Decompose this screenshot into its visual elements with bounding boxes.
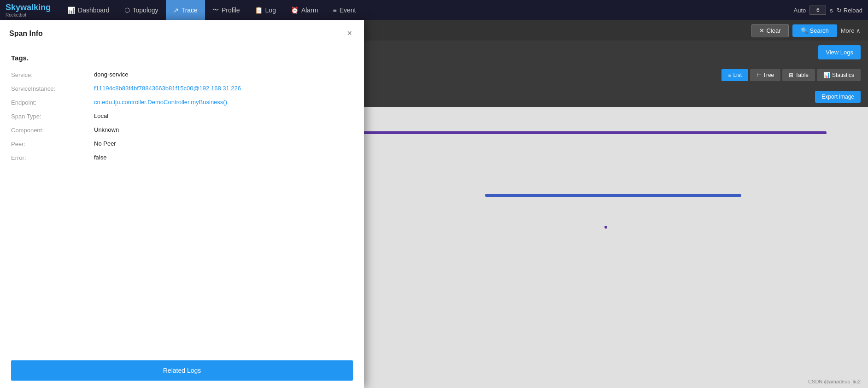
log-icon: 📋 <box>255 6 263 14</box>
list-icon: ≡ <box>728 72 731 78</box>
auto-label: Auto <box>794 7 806 14</box>
modal-close-button[interactable]: × <box>344 28 355 39</box>
span-info-modal: Span Info × Tags. Service: dong-service … <box>0 20 364 388</box>
tag-value-span-type: Local <box>94 112 353 119</box>
nav-item-log[interactable]: 📋 Log <box>247 0 283 20</box>
tag-value-service-instance: f11194c8b83f4bf78843663b81f15c00@192.168… <box>94 85 353 92</box>
modal-body: Tags. Service: dong-service ServiceInsta… <box>0 45 364 353</box>
related-logs-button[interactable]: Related Logs <box>11 360 353 381</box>
nav-item-dashboard[interactable]: 📊 Dashboard <box>60 0 117 20</box>
watermark: CSDN @amadeus_liu2 <box>808 379 861 384</box>
tag-label-component: Component: <box>11 126 94 134</box>
tag-value-error: false <box>94 154 353 161</box>
statistics-icon: 📊 <box>823 72 830 78</box>
table-icon: ⊞ <box>789 72 793 78</box>
tag-label-peer: Peer: <box>11 140 94 147</box>
timeline-bar-3[interactable] <box>485 194 741 197</box>
topology-icon: ⬡ <box>124 6 130 14</box>
tag-label-service-instance: ServiceInstance: <box>11 85 94 92</box>
timeline-dot-4[interactable] <box>604 226 607 229</box>
tag-row-error: Error: false <box>11 154 353 161</box>
more-button[interactable]: More ∧ <box>841 27 861 34</box>
modal-header: Span Info × <box>0 20 364 45</box>
trace-icon: ↗ <box>173 6 179 14</box>
tag-row-service-instance: ServiceInstance: f11194c8b83f4bf78843663… <box>11 85 353 92</box>
tag-value-endpoint: cn.edu.tju.controller.DemoController.myB… <box>94 99 353 106</box>
tag-label-endpoint: Endpoint: <box>11 99 94 106</box>
tag-value-component: Unknown <box>94 126 353 133</box>
tag-value-peer: No Peer <box>94 140 353 147</box>
auto-unit: s <box>830 7 833 14</box>
statistics-view-button[interactable]: 📊 Statistics <box>817 69 861 81</box>
brand-subtitle: Rocketbot <box>6 12 51 18</box>
table-view-button[interactable]: ⊞ Table <box>782 69 815 81</box>
profile-icon: 〜 <box>212 6 219 14</box>
tag-row-peer: Peer: No Peer <box>11 140 353 147</box>
event-icon: ≡ <box>333 6 336 14</box>
tags-heading: Tags. <box>11 54 353 62</box>
nav-item-trace[interactable]: ↗ Trace <box>166 0 205 20</box>
list-view-button[interactable]: ≡ List <box>721 69 748 81</box>
modal-title: Span Info <box>9 29 43 38</box>
reload-icon: ↻ <box>837 7 842 14</box>
brand-name: Skywalking <box>6 3 51 12</box>
nav-item-topology[interactable]: ⬡ Topology <box>117 0 166 20</box>
nav-right-controls: Auto s ↻ Reload <box>794 6 862 15</box>
clear-icon: ✕ <box>759 27 764 34</box>
dashboard-icon: 📊 <box>67 6 75 14</box>
auto-interval-input[interactable] <box>809 6 826 15</box>
tree-view-button[interactable]: ⊢ Tree <box>750 69 780 81</box>
search-button[interactable]: 🔍 Search <box>792 24 837 37</box>
view-logs-button[interactable]: View Logs <box>818 45 861 59</box>
brand-logo-area: Skywalking Rocketbot <box>6 3 51 18</box>
tag-value-service: dong-service <box>94 71 353 78</box>
tag-label-service: Service: <box>11 71 94 78</box>
main-area: Span Info × Tags. Service: dong-service … <box>0 20 868 388</box>
reload-button[interactable]: ↻ Reload <box>837 7 862 14</box>
tag-row-component: Component: Unknown <box>11 126 353 134</box>
alarm-icon: ⏰ <box>291 6 299 14</box>
nav-item-profile[interactable]: 〜 Profile <box>205 0 247 20</box>
clear-button[interactable]: ✕ Clear <box>751 24 788 37</box>
view-toggle-buttons: ≡ List ⊢ Tree ⊞ Table 📊 Statistics <box>721 69 861 81</box>
nav-items: 📊 Dashboard ⬡ Topology ↗ Trace 〜 Profile… <box>60 0 794 20</box>
tag-label-span-type: Span Type: <box>11 112 94 120</box>
nav-item-alarm[interactable]: ⏰ Alarm <box>283 0 326 20</box>
tag-row-endpoint: Endpoint: cn.edu.tju.controller.DemoCont… <box>11 99 353 106</box>
top-navigation: Skywalking Rocketbot 📊 Dashboard ⬡ Topol… <box>0 0 868 20</box>
tag-row-span-type: Span Type: Local <box>11 112 353 120</box>
search-icon: 🔍 <box>801 27 808 34</box>
tree-icon: ⊢ <box>757 72 761 78</box>
tag-label-error: Error: <box>11 154 94 161</box>
tag-row-service: Service: dong-service <box>11 71 353 78</box>
export-image-button[interactable]: Export image <box>815 91 861 103</box>
nav-item-event[interactable]: ≡ Event <box>325 0 363 20</box>
